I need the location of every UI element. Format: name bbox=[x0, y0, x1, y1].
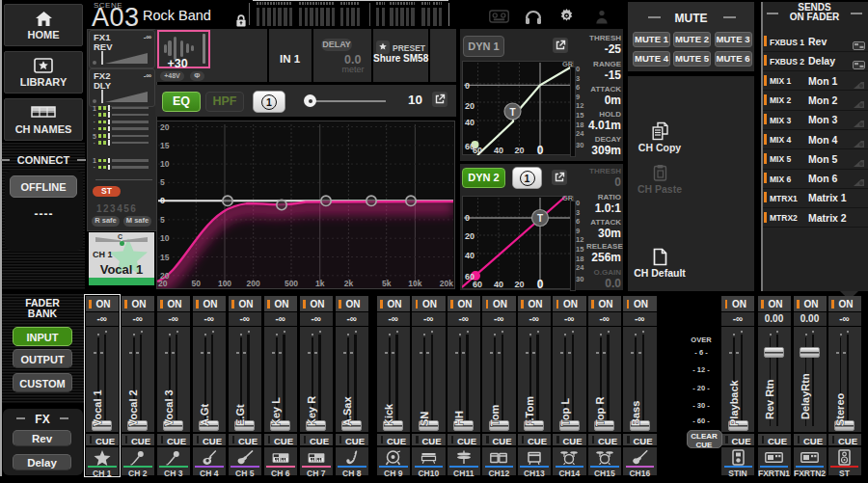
svg-text:T: T bbox=[509, 107, 515, 118]
svg-text:40: 40 bbox=[465, 118, 475, 127]
svg-text:15: 15 bbox=[160, 252, 170, 261]
svg-text:500: 500 bbox=[285, 279, 298, 288]
svg-text:20: 20 bbox=[465, 231, 475, 241]
svg-text:10: 10 bbox=[160, 159, 170, 169]
svg-text:15: 15 bbox=[160, 140, 170, 149]
svg-text:0: 0 bbox=[537, 278, 544, 289]
svg-text:20: 20 bbox=[514, 146, 524, 155]
svg-text:5: 5 bbox=[160, 214, 165, 224]
svg-text:5k: 5k bbox=[382, 279, 392, 288]
svg-text:50: 50 bbox=[192, 279, 202, 288]
svg-text:20: 20 bbox=[158, 279, 168, 288]
svg-text:0: 0 bbox=[160, 196, 165, 205]
svg-text:20: 20 bbox=[160, 121, 170, 131]
svg-text:10: 10 bbox=[160, 233, 170, 243]
svg-text:40: 40 bbox=[465, 251, 475, 260]
svg-text:60: 60 bbox=[473, 280, 482, 289]
svg-text:40: 40 bbox=[494, 280, 503, 289]
svg-text:200: 200 bbox=[247, 279, 260, 288]
svg-text:60: 60 bbox=[473, 146, 482, 155]
svg-text:20k: 20k bbox=[440, 279, 453, 288]
svg-text:0: 0 bbox=[537, 144, 544, 155]
svg-text:20: 20 bbox=[465, 101, 475, 111]
svg-text:0: 0 bbox=[465, 213, 470, 223]
svg-text:0: 0 bbox=[465, 81, 470, 91]
svg-text:10k: 10k bbox=[408, 279, 421, 288]
svg-text:1k: 1k bbox=[315, 279, 325, 288]
svg-text:5: 5 bbox=[160, 177, 165, 187]
svg-text:20: 20 bbox=[514, 280, 524, 289]
svg-text:40: 40 bbox=[494, 146, 503, 155]
svg-text:2k: 2k bbox=[344, 279, 354, 288]
svg-text:T: T bbox=[537, 213, 543, 224]
svg-text:100: 100 bbox=[218, 279, 231, 288]
